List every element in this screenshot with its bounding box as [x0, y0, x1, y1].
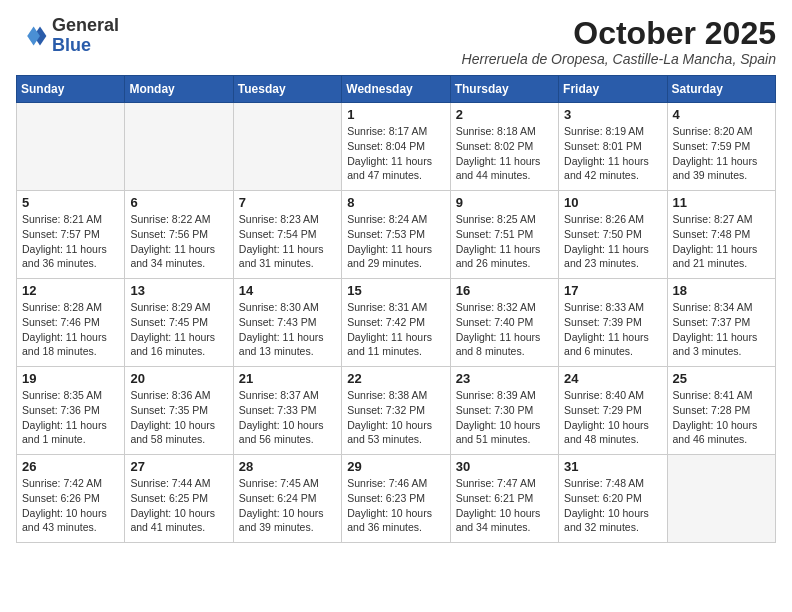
- day-header-sunday: Sunday: [17, 76, 125, 103]
- logo-text: General Blue: [52, 16, 119, 56]
- day-info: Sunrise: 8:41 AMSunset: 7:28 PMDaylight:…: [673, 388, 770, 447]
- calendar-cell: 22Sunrise: 8:38 AMSunset: 7:32 PMDayligh…: [342, 367, 450, 455]
- calendar-cell: 13Sunrise: 8:29 AMSunset: 7:45 PMDayligh…: [125, 279, 233, 367]
- day-info: Sunrise: 8:29 AMSunset: 7:45 PMDaylight:…: [130, 300, 227, 359]
- day-number: 3: [564, 107, 661, 122]
- day-number: 14: [239, 283, 336, 298]
- calendar-cell: 26Sunrise: 7:42 AMSunset: 6:26 PMDayligh…: [17, 455, 125, 543]
- day-number: 29: [347, 459, 444, 474]
- calendar-cell: 28Sunrise: 7:45 AMSunset: 6:24 PMDayligh…: [233, 455, 341, 543]
- day-info: Sunrise: 8:19 AMSunset: 8:01 PMDaylight:…: [564, 124, 661, 183]
- day-info: Sunrise: 8:24 AMSunset: 7:53 PMDaylight:…: [347, 212, 444, 271]
- calendar-cell: 18Sunrise: 8:34 AMSunset: 7:37 PMDayligh…: [667, 279, 775, 367]
- week-row-2: 5Sunrise: 8:21 AMSunset: 7:57 PMDaylight…: [17, 191, 776, 279]
- day-info: Sunrise: 8:37 AMSunset: 7:33 PMDaylight:…: [239, 388, 336, 447]
- day-number: 30: [456, 459, 553, 474]
- day-number: 5: [22, 195, 119, 210]
- day-info: Sunrise: 7:42 AMSunset: 6:26 PMDaylight:…: [22, 476, 119, 535]
- calendar-cell: 23Sunrise: 8:39 AMSunset: 7:30 PMDayligh…: [450, 367, 558, 455]
- day-number: 17: [564, 283, 661, 298]
- day-number: 16: [456, 283, 553, 298]
- day-info: Sunrise: 8:28 AMSunset: 7:46 PMDaylight:…: [22, 300, 119, 359]
- calendar-body: 1Sunrise: 8:17 AMSunset: 8:04 PMDaylight…: [17, 103, 776, 543]
- calendar-cell: 12Sunrise: 8:28 AMSunset: 7:46 PMDayligh…: [17, 279, 125, 367]
- day-number: 9: [456, 195, 553, 210]
- calendar-cell: 17Sunrise: 8:33 AMSunset: 7:39 PMDayligh…: [559, 279, 667, 367]
- day-number: 15: [347, 283, 444, 298]
- day-header-thursday: Thursday: [450, 76, 558, 103]
- day-number: 25: [673, 371, 770, 386]
- day-info: Sunrise: 8:27 AMSunset: 7:48 PMDaylight:…: [673, 212, 770, 271]
- day-info: Sunrise: 8:38 AMSunset: 7:32 PMDaylight:…: [347, 388, 444, 447]
- calendar-cell: 27Sunrise: 7:44 AMSunset: 6:25 PMDayligh…: [125, 455, 233, 543]
- day-info: Sunrise: 8:25 AMSunset: 7:51 PMDaylight:…: [456, 212, 553, 271]
- day-number: 11: [673, 195, 770, 210]
- day-number: 13: [130, 283, 227, 298]
- day-number: 22: [347, 371, 444, 386]
- calendar-cell: 1Sunrise: 8:17 AMSunset: 8:04 PMDaylight…: [342, 103, 450, 191]
- calendar-cell: 10Sunrise: 8:26 AMSunset: 7:50 PMDayligh…: [559, 191, 667, 279]
- calendar-cell: 2Sunrise: 8:18 AMSunset: 8:02 PMDaylight…: [450, 103, 558, 191]
- calendar-cell: [667, 455, 775, 543]
- calendar-cell: 29Sunrise: 7:46 AMSunset: 6:23 PMDayligh…: [342, 455, 450, 543]
- calendar-cell: 21Sunrise: 8:37 AMSunset: 7:33 PMDayligh…: [233, 367, 341, 455]
- day-number: 2: [456, 107, 553, 122]
- calendar-cell: 19Sunrise: 8:35 AMSunset: 7:36 PMDayligh…: [17, 367, 125, 455]
- day-number: 21: [239, 371, 336, 386]
- calendar-cell: 8Sunrise: 8:24 AMSunset: 7:53 PMDaylight…: [342, 191, 450, 279]
- calendar-header: SundayMondayTuesdayWednesdayThursdayFrid…: [17, 76, 776, 103]
- calendar-cell: 9Sunrise: 8:25 AMSunset: 7:51 PMDaylight…: [450, 191, 558, 279]
- logo-icon: [16, 20, 48, 52]
- day-header-row: SundayMondayTuesdayWednesdayThursdayFrid…: [17, 76, 776, 103]
- title-block: October 2025 Herreruela de Oropesa, Cast…: [462, 16, 776, 67]
- day-info: Sunrise: 7:45 AMSunset: 6:24 PMDaylight:…: [239, 476, 336, 535]
- day-info: Sunrise: 7:48 AMSunset: 6:20 PMDaylight:…: [564, 476, 661, 535]
- day-number: 7: [239, 195, 336, 210]
- week-row-4: 19Sunrise: 8:35 AMSunset: 7:36 PMDayligh…: [17, 367, 776, 455]
- day-info: Sunrise: 8:32 AMSunset: 7:40 PMDaylight:…: [456, 300, 553, 359]
- calendar-cell: 24Sunrise: 8:40 AMSunset: 7:29 PMDayligh…: [559, 367, 667, 455]
- week-row-5: 26Sunrise: 7:42 AMSunset: 6:26 PMDayligh…: [17, 455, 776, 543]
- day-info: Sunrise: 8:36 AMSunset: 7:35 PMDaylight:…: [130, 388, 227, 447]
- day-number: 10: [564, 195, 661, 210]
- day-number: 23: [456, 371, 553, 386]
- day-number: 31: [564, 459, 661, 474]
- month-title: October 2025: [462, 16, 776, 51]
- day-number: 20: [130, 371, 227, 386]
- calendar-cell: 30Sunrise: 7:47 AMSunset: 6:21 PMDayligh…: [450, 455, 558, 543]
- calendar-cell: 7Sunrise: 8:23 AMSunset: 7:54 PMDaylight…: [233, 191, 341, 279]
- day-info: Sunrise: 8:33 AMSunset: 7:39 PMDaylight:…: [564, 300, 661, 359]
- day-info: Sunrise: 8:35 AMSunset: 7:36 PMDaylight:…: [22, 388, 119, 447]
- calendar-cell: 16Sunrise: 8:32 AMSunset: 7:40 PMDayligh…: [450, 279, 558, 367]
- day-header-tuesday: Tuesday: [233, 76, 341, 103]
- calendar-cell: 20Sunrise: 8:36 AMSunset: 7:35 PMDayligh…: [125, 367, 233, 455]
- day-number: 4: [673, 107, 770, 122]
- day-header-wednesday: Wednesday: [342, 76, 450, 103]
- day-info: Sunrise: 7:44 AMSunset: 6:25 PMDaylight:…: [130, 476, 227, 535]
- day-info: Sunrise: 8:18 AMSunset: 8:02 PMDaylight:…: [456, 124, 553, 183]
- calendar-table: SundayMondayTuesdayWednesdayThursdayFrid…: [16, 75, 776, 543]
- day-info: Sunrise: 8:34 AMSunset: 7:37 PMDaylight:…: [673, 300, 770, 359]
- calendar-cell: 31Sunrise: 7:48 AMSunset: 6:20 PMDayligh…: [559, 455, 667, 543]
- day-number: 8: [347, 195, 444, 210]
- calendar-cell: 3Sunrise: 8:19 AMSunset: 8:01 PMDaylight…: [559, 103, 667, 191]
- day-header-saturday: Saturday: [667, 76, 775, 103]
- calendar-cell: 15Sunrise: 8:31 AMSunset: 7:42 PMDayligh…: [342, 279, 450, 367]
- calendar-cell: [17, 103, 125, 191]
- day-info: Sunrise: 8:30 AMSunset: 7:43 PMDaylight:…: [239, 300, 336, 359]
- week-row-1: 1Sunrise: 8:17 AMSunset: 8:04 PMDaylight…: [17, 103, 776, 191]
- calendar-cell: [233, 103, 341, 191]
- day-number: 28: [239, 459, 336, 474]
- day-info: Sunrise: 8:26 AMSunset: 7:50 PMDaylight:…: [564, 212, 661, 271]
- day-info: Sunrise: 8:39 AMSunset: 7:30 PMDaylight:…: [456, 388, 553, 447]
- day-info: Sunrise: 8:40 AMSunset: 7:29 PMDaylight:…: [564, 388, 661, 447]
- day-header-monday: Monday: [125, 76, 233, 103]
- day-number: 19: [22, 371, 119, 386]
- day-info: Sunrise: 8:17 AMSunset: 8:04 PMDaylight:…: [347, 124, 444, 183]
- day-number: 24: [564, 371, 661, 386]
- calendar-cell: 11Sunrise: 8:27 AMSunset: 7:48 PMDayligh…: [667, 191, 775, 279]
- calendar-cell: 14Sunrise: 8:30 AMSunset: 7:43 PMDayligh…: [233, 279, 341, 367]
- day-info: Sunrise: 8:20 AMSunset: 7:59 PMDaylight:…: [673, 124, 770, 183]
- calendar-cell: 5Sunrise: 8:21 AMSunset: 7:57 PMDaylight…: [17, 191, 125, 279]
- calendar-cell: 4Sunrise: 8:20 AMSunset: 7:59 PMDaylight…: [667, 103, 775, 191]
